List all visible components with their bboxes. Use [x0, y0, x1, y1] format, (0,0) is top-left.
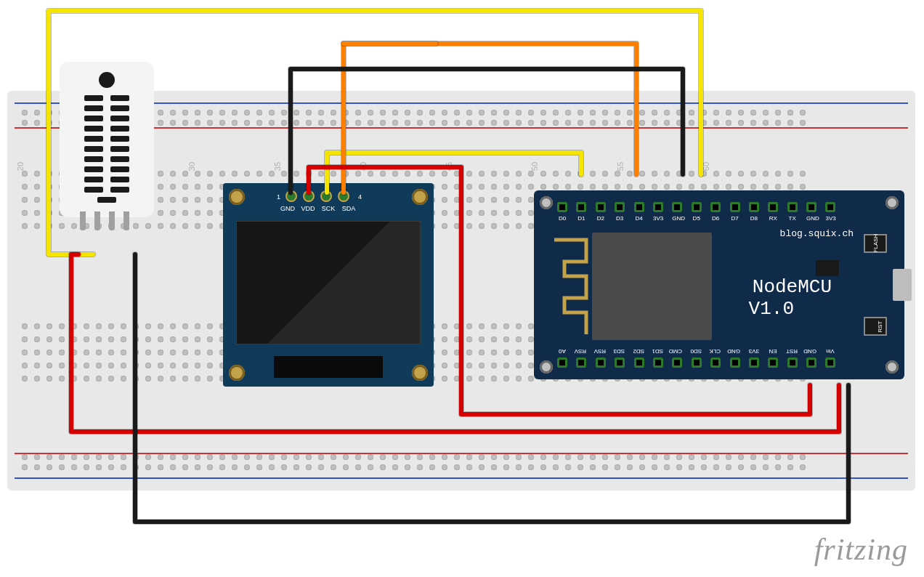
tie-row — [22, 464, 901, 472]
flash-button-label: FLASH — [873, 234, 880, 253]
dht22-sensor — [60, 62, 154, 217]
oled-pin-labels: GND VDD SCK SDA — [280, 205, 357, 212]
mcu-url-label: blog.squix.ch — [780, 228, 854, 239]
oled-display: 1 4 GND VDD SCK SDA — [223, 183, 434, 387]
col-num: 35 — [273, 162, 282, 171]
mounting-hole-icon — [412, 189, 428, 205]
oled-pin-num-right: 4 — [358, 193, 362, 201]
oled-pin-vdd — [304, 192, 313, 201]
mcu-title-1: NodeMCU — [753, 276, 832, 298]
mcu-pinrow-top — [557, 202, 835, 212]
nodemcu-board: D0D1D2 D3D43V3 GNDD5D6 D7D8RX TXGND3V3 A… — [534, 190, 904, 379]
col-num: 20 — [16, 162, 25, 171]
oled-ribbon — [274, 356, 383, 378]
oled-pin-num-left: 1 — [277, 193, 280, 201]
col-num: 50 — [530, 162, 539, 171]
mcu-labels-bot: A0RSVRSV SD3SD2SD1 CMDSD0CLK GND3V3EN RS… — [557, 348, 835, 355]
col-num: 45 — [445, 162, 453, 171]
power-rail-bot-neg — [15, 477, 908, 479]
usb-port-icon — [893, 269, 912, 301]
dht-pins — [80, 211, 129, 230]
col-num: 40 — [359, 162, 368, 171]
oled-screen — [236, 221, 421, 344]
fritzing-logo: fritzing — [814, 532, 908, 567]
tie-row — [22, 454, 901, 461]
mounting-hole-icon — [229, 189, 245, 205]
mcu-labels-top: D0D1D2 D3D43V3 GNDD5D6 D7D8RX TXGND3V3 — [557, 215, 835, 222]
oled-pin-sck — [322, 192, 331, 201]
mcu-pinrow-bot — [557, 358, 835, 368]
usb-serial-chip — [816, 260, 839, 276]
dht-sensor-window — [99, 72, 115, 88]
mounting-hole-icon — [540, 196, 553, 209]
mcu-title-2: V1.0 — [749, 298, 794, 320]
dht-grille — [72, 95, 142, 203]
mounting-hole-icon — [885, 360, 899, 374]
oled-pin-gnd — [287, 192, 296, 201]
col-num: 60 — [702, 162, 710, 171]
oled-pin-header — [287, 192, 348, 201]
fritzing-diagram: 20 25 30 35 40 45 50 55 60 — [0, 0, 924, 577]
rst-button[interactable] — [864, 317, 887, 336]
wifi-antenna-icon — [550, 233, 591, 340]
mounting-hole-icon — [540, 360, 553, 374]
oled-pin-sda — [339, 192, 348, 201]
col-num: 55 — [616, 162, 625, 171]
esp8266-chip — [592, 233, 712, 340]
col-num: 30 — [187, 162, 196, 171]
rst-button-label: RST — [877, 321, 883, 333]
mounting-hole-icon — [229, 365, 245, 381]
mounting-hole-icon — [412, 365, 428, 381]
mounting-hole-icon — [885, 196, 899, 209]
